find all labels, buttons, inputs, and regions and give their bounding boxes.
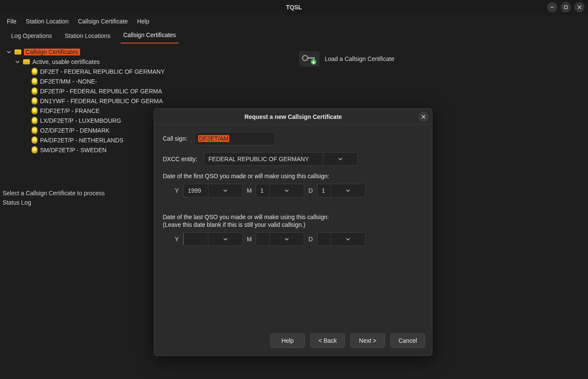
last-qso-month-value	[256, 232, 269, 246]
first-qso-day-value: 1	[317, 184, 331, 197]
month-label: M	[246, 236, 252, 243]
cert-label: F/DF2ET/P - FRANCE	[40, 107, 100, 114]
cert-label: DF2ET - FEDERAL REPUBLIC OF GERMANY	[40, 68, 165, 75]
chevron-down-icon[interactable]	[208, 232, 243, 246]
window-title: TQSL	[286, 4, 302, 11]
certificate-icon	[32, 146, 37, 154]
certificate-icon	[32, 136, 37, 144]
chevron-down-icon[interactable]	[323, 152, 358, 166]
cert-label: SM/DF2ET/P - SWEDEN	[40, 147, 107, 153]
key-download-icon	[299, 51, 320, 67]
menu-station-location[interactable]: Station Location	[22, 15, 73, 27]
certificate-icon	[32, 127, 37, 134]
svg-rect-1	[565, 6, 568, 9]
last-qso-label-2: (Leave this date blank if this is still …	[163, 221, 424, 228]
month-label: M	[246, 187, 252, 194]
dialog-body: Call sign: DF2ET/AM DXCC entity: FEDERAL…	[154, 125, 432, 331]
tree-active-group-row[interactable]: Active, usable certificates	[5, 57, 293, 67]
last-qso-year-combo[interactable]	[183, 232, 243, 246]
back-button[interactable]: < Back	[310, 333, 345, 348]
dxcc-combo[interactable]: FEDERAL REPUBLIC OF GERMANY	[204, 152, 358, 166]
menu-file[interactable]: File	[3, 15, 21, 27]
dxcc-row: DXCC entity: FEDERAL REPUBLIC OF GERMANY	[163, 152, 424, 166]
svg-point-4	[303, 55, 308, 61]
cert-label: OZ/DF2ET/P - DENMARK	[40, 127, 110, 134]
year-label: Y	[174, 187, 180, 194]
chevron-down-icon[interactable]	[208, 184, 243, 197]
cert-label: PA/DF2ET/P - NETHERLANDS	[40, 137, 124, 144]
folder-icon	[14, 49, 21, 55]
request-certificate-dialog: Request a new Callsign Certificate Call …	[154, 108, 432, 356]
load-certificate-label: Load a Callsign Certificate	[325, 55, 394, 62]
menu-help[interactable]: Help	[133, 15, 154, 27]
day-label: D	[308, 236, 314, 243]
cert-item[interactable]: DF2ET - FEDERAL REPUBLIC OF GERMANY	[5, 67, 293, 76]
last-qso-month-combo[interactable]	[256, 232, 304, 246]
chevron-down-icon[interactable]	[6, 50, 12, 54]
cert-label: DF2ET/MM - -NONE-	[40, 78, 97, 85]
cancel-button[interactable]: Cancel	[390, 333, 425, 348]
last-qso-label-1: Date of the last QSO you made or will ma…	[163, 214, 424, 220]
tree-root-label: Callsign Certificates	[24, 49, 80, 55]
dialog-titlebar: Request a new Callsign Certificate	[154, 109, 432, 125]
dialog-footer: Help < Back Next > Cancel	[154, 331, 432, 356]
certificate-icon	[32, 87, 37, 95]
last-qso-day-combo[interactable]	[317, 232, 366, 246]
chevron-down-icon[interactable]	[269, 232, 304, 246]
menubar: File Station Location Callsign Certifica…	[0, 14, 588, 28]
callsign-row: Call sign: DF2ET/AM	[163, 132, 424, 145]
first-qso-year-value: 1999	[183, 184, 208, 197]
certificate-icon	[32, 117, 37, 124]
first-qso-day-combo[interactable]: 1	[317, 184, 366, 197]
cert-item[interactable]: DF2ET/MM - -NONE-	[5, 76, 293, 86]
first-qso-month-value: 1	[256, 184, 269, 197]
dxcc-label: DXCC entity:	[163, 156, 199, 162]
cert-label: DF2ET/P - FEDERAL REPUBLIC OF GERMA	[40, 88, 162, 95]
callsign-value: DF2ET/AM	[198, 135, 229, 142]
cert-label: LX/DF2ET/P - LUXEMBOURG	[40, 117, 121, 124]
cert-item[interactable]: DN1YWF - FEDERAL REPUBLIC OF GERMA	[5, 96, 293, 106]
certificate-icon	[32, 68, 37, 75]
content-area: Callsign Certificates Active, usable cer…	[0, 43, 588, 379]
last-qso-day-value	[317, 232, 331, 246]
last-qso-date-row: Y M D	[163, 232, 424, 246]
first-qso-month-combo[interactable]: 1	[256, 184, 304, 197]
last-qso-year-value	[183, 232, 208, 246]
day-label: D	[308, 187, 314, 194]
dialog-close-button[interactable]	[418, 112, 429, 122]
chevron-down-icon[interactable]	[331, 184, 366, 197]
first-qso-label: Date of the first QSO you made or will m…	[163, 173, 424, 179]
tab-log-operations[interactable]: Log Operations	[9, 29, 55, 43]
maximize-button[interactable]	[561, 2, 571, 12]
chevron-down-icon[interactable]	[269, 184, 304, 197]
callsign-input[interactable]: DF2ET/AM	[194, 132, 275, 145]
tab-callsign-certificates[interactable]: Callsign Certificates	[121, 28, 179, 43]
tree-active-group-label: Active, usable certificates	[32, 58, 100, 65]
dialog-title: Request a new Callsign Certificate	[245, 113, 342, 120]
certificate-icon	[32, 78, 37, 85]
chevron-down-icon[interactable]	[14, 60, 20, 64]
titlebar: TQSL	[0, 0, 588, 14]
menu-callsign-certificate[interactable]: Callsign Certificate	[74, 15, 132, 27]
window-controls	[547, 2, 585, 12]
first-qso-date-row: Y 1999 M 1 D 1	[163, 184, 424, 197]
cert-item[interactable]: DF2ET/P - FEDERAL REPUBLIC OF GERMA	[5, 86, 293, 96]
tree-root-row[interactable]: Callsign Certificates	[5, 47, 293, 57]
load-certificate-row[interactable]: Load a Callsign Certificate	[299, 47, 583, 71]
certificate-icon	[32, 107, 37, 115]
next-button[interactable]: Next >	[350, 333, 385, 348]
tabbar: Log Operations Station Locations Callsig…	[0, 28, 588, 43]
tab-station-locations[interactable]: Station Locations	[62, 29, 113, 43]
dxcc-value: FEDERAL REPUBLIC OF GERMANY	[204, 152, 323, 166]
chevron-down-icon[interactable]	[331, 232, 366, 246]
minimize-button[interactable]	[547, 2, 557, 12]
folder-icon	[23, 59, 30, 64]
callsign-label: Call sign:	[163, 135, 190, 142]
close-button[interactable]	[574, 2, 585, 12]
year-label: Y	[174, 236, 180, 243]
first-qso-year-combo[interactable]: 1999	[183, 184, 243, 197]
certificate-icon	[32, 97, 37, 105]
help-button[interactable]: Help	[270, 333, 305, 348]
cert-label: DN1YWF - FEDERAL REPUBLIC OF GERMA	[40, 98, 163, 104]
